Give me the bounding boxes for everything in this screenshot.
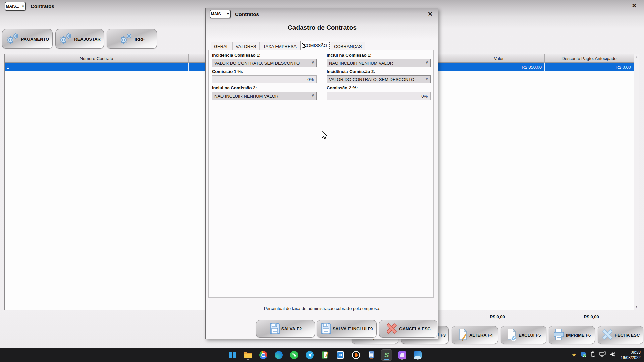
- column-header-numero-contrato[interactable]: Número Contrato: [5, 54, 189, 63]
- altera-button[interactable]: ALTERA F4: [452, 326, 498, 344]
- chevron-down-icon: ∨: [425, 60, 428, 65]
- incidencia-comissao-2-select[interactable]: VALOR DO CONTRATO, SEM DESCONTO ∨: [327, 75, 431, 83]
- dropdown-arrow-icon: ▼: [227, 12, 230, 16]
- main-close-icon[interactable]: ✕: [632, 3, 637, 9]
- inclui-comissao-1-select[interactable]: NÃO INCLUIR NENHUM VALOR ∨: [327, 59, 431, 67]
- chevron-down-icon: ∨: [425, 76, 428, 81]
- pagamento-button[interactable]: PAGAMENTO: [2, 29, 53, 49]
- erp-app-icon[interactable]: S: [381, 349, 392, 361]
- speaker-icon[interactable]: [610, 352, 616, 358]
- tab-taxa-empresa[interactable]: TAXA EMPRESA: [260, 42, 300, 50]
- close-x-blue-icon: [601, 328, 613, 342]
- scroll-up-icon[interactable]: ▲: [634, 55, 639, 59]
- cancel-x-red-icon: [386, 322, 398, 336]
- main-window-title: Contratos: [31, 3, 54, 9]
- windows-start-icon[interactable]: [227, 349, 238, 361]
- incidencia-comissao-2-value: VALOR DO CONTRATO, SEM DESCONTO: [329, 77, 414, 82]
- salva-label: SALVA F2: [281, 326, 302, 331]
- dialog-title: Cadastro de Contratos: [206, 24, 439, 32]
- gears-icon: [119, 32, 133, 46]
- weather-app-icon[interactable]: [412, 349, 423, 361]
- comissao-1-input[interactable]: [212, 75, 317, 83]
- scroll-down-icon[interactable]: ▼: [634, 305, 639, 308]
- chrome-icon[interactable]: [258, 349, 269, 361]
- column-header-valor[interactable]: Valor: [453, 54, 545, 63]
- fecha-button[interactable]: FECHA ESC: [598, 326, 643, 344]
- cell-desconto: R$ 0,00: [545, 63, 634, 71]
- usb-device-icon[interactable]: [590, 351, 595, 359]
- irrf-button[interactable]: IRRF: [107, 29, 157, 49]
- gears-icon: [59, 32, 73, 46]
- reajustar-label: REAJUSTAR: [74, 37, 101, 42]
- comissao-tab-panel: Incidência Comissão 1: VALOR DO CONTRATO…: [208, 50, 434, 298]
- total-desconto: R$ 0,00: [575, 314, 608, 319]
- irrf-label: IRRF: [135, 37, 145, 42]
- salva-button[interactable]: SALVA F2: [256, 320, 315, 338]
- gears-icon: [6, 32, 20, 46]
- salva-e-inclui-button[interactable]: SALVA E INCLUI F9: [317, 320, 377, 338]
- inclui-comissao-2-value: NÃO INCLUIR NENHUM VALOR: [214, 94, 278, 99]
- main-mais-label: MAIS...: [6, 4, 19, 9]
- incidencia-comissao-1-label: Incidência Comissão 1:: [212, 53, 261, 58]
- chevron-down-icon: ∨: [311, 60, 314, 65]
- security-shield-icon[interactable]: [580, 351, 586, 359]
- exclui-label: EXCLUI F5: [519, 333, 541, 338]
- f3-label: F3: [441, 333, 446, 338]
- delete-document-icon: [506, 328, 517, 342]
- clock-time: 09:33: [621, 350, 641, 355]
- chevron-down-icon: ∨: [311, 93, 314, 98]
- inclui-comissao-1-label: Inclui na Comissão 1:: [327, 53, 372, 58]
- column-header-desconto[interactable]: Desconto Pagto. Antecipado: [545, 54, 634, 63]
- comissao-2-label: Comissão 2 %:: [327, 85, 358, 90]
- total-valor: R$ 0,00: [481, 314, 514, 319]
- telegram-icon[interactable]: [304, 349, 315, 361]
- media-app-icon[interactable]: [396, 349, 408, 361]
- share-app-icon[interactable]: [335, 349, 346, 361]
- floppy-disk-icon: [269, 323, 280, 335]
- taskbar-clock[interactable]: 09:33 19/08/2022: [621, 350, 641, 360]
- altera-label: ALTERA F4: [469, 333, 493, 338]
- desktop: MAIS... ▼ Contratos ✕ PAGAMENTO: [0, 0, 644, 362]
- tray-star-icon[interactable]: ★: [572, 352, 576, 358]
- tab-valores[interactable]: VALORES: [232, 42, 259, 50]
- salva-e-inclui-label: SALVA E INCLUI F9: [333, 326, 373, 331]
- dialog-mais-button[interactable]: MAIS... ▼: [210, 10, 231, 18]
- dialog-mais-label: MAIS...: [211, 12, 224, 16]
- comissao-1-label: Comissão 1 %:: [212, 69, 243, 74]
- comissao-2-input[interactable]: [327, 92, 431, 100]
- main-mais-button[interactable]: MAIS... ▼: [5, 2, 26, 11]
- cancela-label: CANCELA ESC: [399, 326, 430, 331]
- whatsapp-icon[interactable]: [288, 349, 300, 361]
- incidencia-comissao-1-select[interactable]: VALOR DO CONTRATO, SEM DESCONTO ∨: [212, 59, 317, 67]
- tab-comissao[interactable]: COMISSÃO: [300, 41, 330, 50]
- dialog-tabbar: GERAL VALORES TAXA EMPRESA COMISSÃO COBR…: [211, 41, 365, 50]
- imprime-label: IMPRIME F6: [566, 333, 591, 338]
- system-tray: ★: [572, 348, 641, 362]
- inclui-comissao-1-value: NÃO INCLUIR NENHUM VALOR: [329, 61, 393, 66]
- edge-icon[interactable]: [273, 349, 284, 361]
- printer-icon: [553, 328, 565, 342]
- cell-valor: R$ 850,00: [453, 63, 545, 71]
- field-hint-text: Percentual de taxa de administração cobr…: [206, 306, 439, 311]
- incidencia-comissao-2-label: Incidência Comissão 2:: [327, 69, 375, 74]
- exclui-button[interactable]: EXCLUI F5: [501, 326, 546, 344]
- notepad-app-icon[interactable]: [366, 349, 377, 361]
- network-display-icon[interactable]: [599, 351, 606, 359]
- dialog-close-icon[interactable]: ✕: [428, 11, 433, 17]
- flame-app-icon[interactable]: [350, 349, 362, 361]
- dialog-window-title: Contratos: [235, 11, 259, 17]
- notes-app-icon[interactable]: [319, 349, 331, 361]
- table-scrollbar[interactable]: ▲ ▼: [634, 54, 639, 310]
- file-explorer-icon[interactable]: [242, 349, 254, 361]
- tab-cobrancas[interactable]: COBRANÇAS: [331, 42, 365, 50]
- reajustar-button[interactable]: REAJUSTAR: [55, 29, 104, 49]
- cadastro-contratos-dialog: MAIS... ▼ Contratos ✕ Cadastro de Contra…: [205, 8, 438, 339]
- dropdown-arrow-icon: ▼: [22, 5, 25, 8]
- clock-date: 19/08/2022: [621, 355, 641, 360]
- edit-document-icon: [457, 328, 468, 342]
- taskbar: S ★: [0, 348, 644, 362]
- tab-geral[interactable]: GERAL: [211, 42, 232, 50]
- imprime-button[interactable]: IMPRIME F6: [549, 326, 595, 344]
- cancela-button[interactable]: CANCELA ESC: [379, 320, 437, 338]
- inclui-comissao-2-select[interactable]: NÃO INCLUIR NENHUM VALOR ∨: [212, 92, 317, 100]
